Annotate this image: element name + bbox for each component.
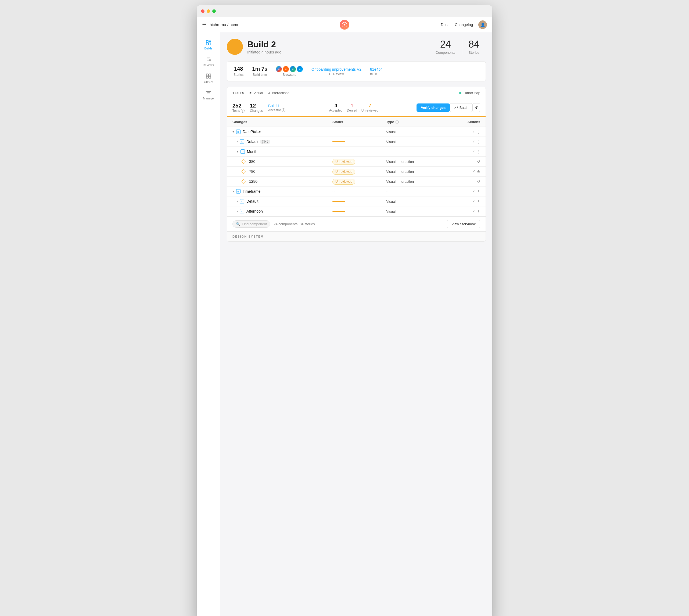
- sidebar-item-builds[interactable]: Builds: [199, 38, 218, 52]
- table-row[interactable]: 780 Unreviewed Visual, Interaction ✓ ⊗: [227, 167, 486, 177]
- interactions-tab[interactable]: ↺ Interactions: [267, 91, 289, 95]
- accept-icon[interactable]: ✓: [472, 150, 475, 154]
- sidebar-item-manage[interactable]: Manage: [199, 88, 218, 102]
- content-area: Build 2 Initiated 4 hours ago 24 Compone…: [220, 32, 492, 616]
- story-icon: □: [241, 150, 245, 154]
- branch-sha[interactable]: 81e4b4: [370, 67, 383, 71]
- docs-link[interactable]: Docs: [441, 23, 449, 27]
- row-name-datepicker: ▾ ▦ DatePicker: [232, 130, 332, 134]
- status-bar: [332, 201, 345, 202]
- table-header: Changes Status Type i Actions: [227, 117, 486, 127]
- month-status: --: [332, 150, 386, 154]
- stories-stat: 84 Stories: [462, 39, 486, 55]
- verify-changes-button[interactable]: Verify changes: [417, 104, 450, 112]
- sidebar-builds-label: Builds: [204, 47, 213, 50]
- denied-num: 1: [351, 103, 353, 108]
- undo-icon[interactable]: ↺: [477, 179, 480, 183]
- story-icon: □: [240, 199, 244, 203]
- more-icon[interactable]: ⋮: [477, 140, 480, 144]
- build-time-val: 1m 7s: [252, 66, 267, 72]
- meta-card: 148 Stories 1m 7s Build time ● ● ● ● Bro…: [227, 61, 486, 82]
- 1280-type: Visual, Interaction: [386, 179, 440, 183]
- branch-name: main: [370, 72, 383, 76]
- component-icon: ▦: [236, 130, 241, 134]
- more-icon[interactable]: ⋮: [477, 190, 480, 194]
- changelog-link[interactable]: Changelog: [455, 23, 473, 27]
- browsers-meta: ● ● ● ● Browsers: [276, 66, 303, 77]
- ancestor-info-icon[interactable]: i: [282, 108, 285, 112]
- deny-icon[interactable]: ⊗: [477, 169, 480, 174]
- 380-actions: ↺: [440, 159, 480, 164]
- col-header-changes: Changes: [232, 120, 332, 124]
- comment-count: 2: [267, 140, 268, 143]
- tests-info-icon[interactable]: i: [241, 109, 245, 113]
- sidebar-item-library[interactable]: Library: [199, 71, 218, 86]
- table-row[interactable]: ▾ ▦ Timeframe -- -- ✓ ⋮: [227, 186, 486, 196]
- approve-icon[interactable]: ✓: [472, 169, 475, 174]
- comment-icon: 💬: [262, 140, 266, 144]
- unreviewed-num: 7: [369, 103, 371, 108]
- chevron-right-icon[interactable]: ›: [237, 140, 238, 144]
- components-count: 24: [436, 39, 455, 50]
- table-row[interactable]: ▾ ▦ DatePicker -- Visual ✓ ⋮: [227, 127, 486, 137]
- maximize-button[interactable]: [212, 9, 216, 13]
- ancestor-link[interactable]: Build 1: [268, 104, 280, 108]
- design-system-label: DESIGN SYSTEM: [227, 232, 486, 241]
- accept-icon[interactable]: ✓: [472, 130, 475, 134]
- chevron-down-icon[interactable]: ▾: [237, 150, 238, 153]
- pr-name[interactable]: Onboarding improvements V2: [311, 67, 361, 71]
- total-tests-num: 252: [232, 103, 241, 109]
- table-row[interactable]: › □ Default 💬 2 Visual: [227, 137, 486, 147]
- sidebar-item-reviews[interactable]: Reviews: [199, 54, 218, 69]
- build-header: Build 2 Initiated 4 hours ago 24 Compone…: [227, 39, 486, 55]
- table-row[interactable]: ▾ □ Month -- -- ✓ ⋮: [227, 147, 486, 157]
- breakpoint-380-name: 380: [249, 159, 255, 164]
- chevron-right-icon[interactable]: ›: [237, 210, 238, 213]
- check-batch-icon: ✓/: [454, 106, 458, 110]
- more-icon[interactable]: ⋮: [477, 150, 480, 154]
- table-row[interactable]: 1280 Unreviewed Visual, Interaction ↺: [227, 177, 486, 186]
- menu-icon[interactable]: ☰: [202, 22, 206, 28]
- more-icon[interactable]: ⋮: [477, 199, 480, 203]
- table-row[interactable]: 380 Unreviewed Visual, Interaction ↺: [227, 157, 486, 167]
- view-storybook-button[interactable]: View Storybook: [447, 220, 480, 228]
- batch-button[interactable]: ✓/ Batch: [450, 103, 472, 112]
- row-name-780: 780: [242, 169, 332, 174]
- logo-icon: [340, 20, 349, 29]
- accept-icon[interactable]: ✓: [472, 190, 475, 194]
- search-box[interactable]: 🔍 Find component: [232, 220, 270, 228]
- timeframe-default-type: Visual: [386, 199, 440, 203]
- cursor-icon: ↺: [267, 91, 270, 95]
- 780-actions: ✓ ⊗: [440, 169, 480, 174]
- user-avatar[interactable]: 👤: [478, 20, 487, 29]
- eye-icon: 👁: [249, 91, 252, 95]
- turbosnap-label: TurboSnap: [463, 91, 480, 95]
- minimize-button[interactable]: [207, 9, 210, 13]
- refresh-button[interactable]: ↺: [472, 103, 480, 112]
- chevron-right-icon[interactable]: ›: [237, 199, 238, 203]
- table-row[interactable]: › □ Afternoon Visual ✓ ⋮: [227, 206, 486, 216]
- more-icon[interactable]: ⋮: [477, 130, 480, 134]
- accept-icon[interactable]: ✓: [472, 210, 475, 213]
- changes-table: Changes Status Type i Actions ▾ ▦: [227, 117, 486, 216]
- comment-badge: 💬 2: [260, 140, 270, 144]
- accept-icon[interactable]: ✓: [472, 140, 475, 144]
- type-info-icon[interactable]: i: [395, 120, 399, 124]
- default-type: Visual: [386, 140, 440, 144]
- build-stats: 24 Components 84 Stories: [429, 39, 486, 55]
- accepted-label: Accepted: [329, 109, 342, 112]
- build-name: Build 2: [247, 40, 281, 49]
- firefox-icon: ●: [283, 66, 289, 72]
- 780-type: Visual, Interaction: [386, 170, 440, 174]
- svg-rect-6: [206, 74, 208, 76]
- table-row[interactable]: › □ Default Visual ✓ ⋮: [227, 196, 486, 206]
- accept-icon[interactable]: ✓: [472, 199, 475, 203]
- close-button[interactable]: [201, 9, 204, 13]
- visual-tab[interactable]: 👁 Visual: [249, 91, 263, 95]
- 1280-status: Unreviewed: [332, 179, 386, 183]
- more-icon[interactable]: ⋮: [477, 210, 480, 213]
- chevron-down-icon[interactable]: ▾: [232, 130, 234, 134]
- undo-icon[interactable]: ↺: [477, 159, 480, 164]
- chevron-down-icon[interactable]: ▾: [232, 190, 234, 193]
- review-stats: 4 Accepted 1 Denied 7 Unreviewed: [329, 103, 378, 112]
